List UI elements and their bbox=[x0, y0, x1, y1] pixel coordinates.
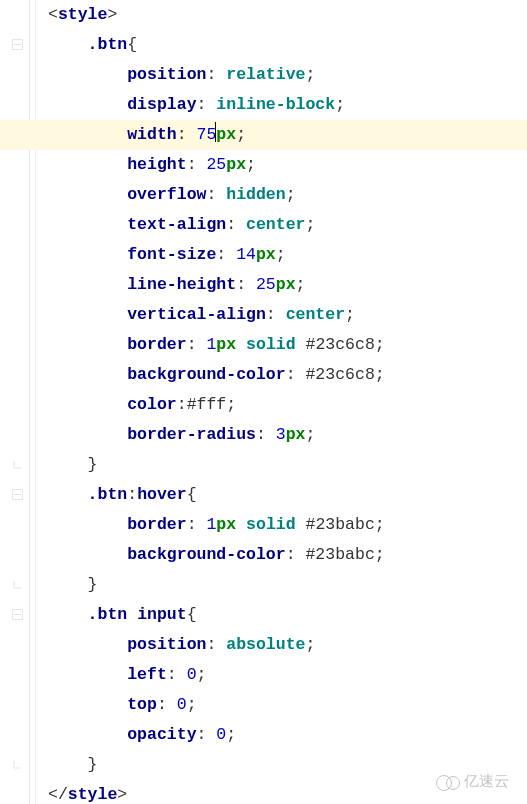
token-punct: ; bbox=[286, 185, 296, 204]
token-hex: #23c6c8 bbox=[306, 335, 375, 354]
token-prop: background-color bbox=[127, 545, 285, 564]
token-punct: : bbox=[197, 725, 217, 744]
token-prop: text-align bbox=[127, 215, 226, 234]
code-line[interactable]: } bbox=[48, 570, 527, 600]
code-line[interactable]: top: 0; bbox=[48, 690, 527, 720]
token-num: 1 bbox=[206, 335, 216, 354]
code-line[interactable]: text-align: center; bbox=[48, 210, 527, 240]
code-line[interactable]: background-color: #23c6c8; bbox=[48, 360, 527, 390]
token-val: center bbox=[246, 215, 305, 234]
token-unit: px bbox=[216, 335, 236, 354]
token-prop: position bbox=[127, 635, 206, 654]
token-prop: left bbox=[127, 665, 167, 684]
token-punct: : bbox=[226, 215, 246, 234]
token-punct: > bbox=[117, 785, 127, 804]
token-num: 0 bbox=[216, 725, 226, 744]
code-line[interactable]: border-radius: 3px; bbox=[48, 420, 527, 450]
token-punct: ; bbox=[226, 395, 236, 414]
token-punct: : bbox=[216, 245, 236, 264]
token-hex: #23babc bbox=[305, 545, 374, 564]
watermark: 亿速云 bbox=[436, 766, 509, 796]
code-line[interactable]: overflow: hidden; bbox=[48, 180, 527, 210]
token-val: solid bbox=[246, 515, 296, 534]
token-sel: hover bbox=[137, 485, 187, 504]
code-line[interactable]: vertical-align: center; bbox=[48, 300, 527, 330]
code-line[interactable]: font-size: 14px; bbox=[48, 240, 527, 270]
token-prop: overflow bbox=[127, 185, 206, 204]
token-punct: : bbox=[236, 275, 256, 294]
watermark-text: 亿速云 bbox=[464, 766, 509, 796]
token-tag: style bbox=[58, 5, 108, 24]
token-punct: : bbox=[286, 365, 306, 384]
token-unit: px bbox=[276, 275, 296, 294]
code-line[interactable]: position: absolute; bbox=[48, 630, 527, 660]
token-prop: color bbox=[127, 395, 177, 414]
code-line[interactable]: position: relative; bbox=[48, 60, 527, 90]
code-line[interactable]: opacity: 0; bbox=[48, 720, 527, 750]
code-line[interactable]: line-height: 25px; bbox=[48, 270, 527, 300]
code-line[interactable]: } bbox=[48, 450, 527, 480]
token-prop: background-color bbox=[127, 365, 285, 384]
token-punct: ; bbox=[345, 305, 355, 324]
token-punct: < bbox=[48, 5, 58, 24]
code-line[interactable]: background-color: #23babc; bbox=[48, 540, 527, 570]
token-val: center bbox=[286, 305, 345, 324]
token-sel: input bbox=[137, 605, 187, 624]
token-punct: : bbox=[177, 125, 197, 144]
code-line[interactable]: left: 0; bbox=[48, 660, 527, 690]
token-punct bbox=[296, 515, 306, 534]
token-sel: .btn bbox=[88, 485, 128, 504]
token-unit: px bbox=[226, 155, 246, 174]
token-punct: ; bbox=[305, 215, 315, 234]
token-num: 0 bbox=[177, 695, 187, 714]
token-unit: px bbox=[286, 425, 306, 444]
token-punct: ; bbox=[197, 665, 207, 684]
token-punct: : bbox=[167, 665, 187, 684]
token-prop: border bbox=[127, 515, 186, 534]
token-punct: ; bbox=[296, 275, 306, 294]
code-line[interactable]: .btn:hover{ bbox=[48, 480, 527, 510]
code-line[interactable]: color:#fff; bbox=[48, 390, 527, 420]
code-line[interactable]: width: 75px; bbox=[0, 120, 527, 150]
token-punct: ; bbox=[187, 695, 197, 714]
token-punct: { bbox=[187, 605, 197, 624]
token-punct: ; bbox=[246, 155, 256, 174]
code-area[interactable]: <style> .btn{ position: relative; displa… bbox=[36, 0, 527, 804]
token-prop: line-height bbox=[127, 275, 236, 294]
token-sel: .btn bbox=[88, 605, 128, 624]
code-line[interactable]: .btn input{ bbox=[48, 600, 527, 630]
token-prop: border bbox=[127, 335, 186, 354]
code-line[interactable]: .btn{ bbox=[48, 30, 527, 60]
token-punct: : bbox=[266, 305, 286, 324]
code-line[interactable]: border: 1px solid #23c6c8; bbox=[48, 330, 527, 360]
code-line[interactable]: border: 1px solid #23babc; bbox=[48, 510, 527, 540]
token-punct: </ bbox=[48, 785, 68, 804]
token-prop: position bbox=[127, 65, 206, 84]
token-punct: : bbox=[157, 695, 177, 714]
token-punct: } bbox=[88, 575, 98, 594]
token-punct: : bbox=[187, 515, 207, 534]
token-num: 14 bbox=[236, 245, 256, 264]
token-val: inline-block bbox=[216, 95, 335, 114]
token-prop: height bbox=[127, 155, 186, 174]
token-prop: font-size bbox=[127, 245, 216, 264]
code-line[interactable]: display: inline-block; bbox=[48, 90, 527, 120]
token-punct bbox=[127, 605, 137, 624]
token-punct: ; bbox=[375, 365, 385, 384]
token-punct: ; bbox=[335, 95, 345, 114]
token-sel: .btn bbox=[88, 35, 128, 54]
token-punct: : bbox=[286, 545, 306, 564]
token-punct: { bbox=[127, 35, 137, 54]
code-editor[interactable]: <style> .btn{ position: relative; displa… bbox=[0, 0, 527, 804]
token-punct: : bbox=[127, 485, 137, 504]
code-line[interactable]: height: 25px; bbox=[48, 150, 527, 180]
token-unit: px bbox=[256, 245, 276, 264]
token-punct: ; bbox=[305, 425, 315, 444]
token-punct: : bbox=[187, 155, 207, 174]
token-prop: width bbox=[127, 125, 177, 144]
token-punct bbox=[296, 335, 306, 354]
code-line[interactable]: <style> bbox=[48, 0, 527, 30]
token-punct: ; bbox=[305, 65, 315, 84]
token-punct: ; bbox=[226, 725, 236, 744]
token-hex: #fff bbox=[187, 395, 227, 414]
